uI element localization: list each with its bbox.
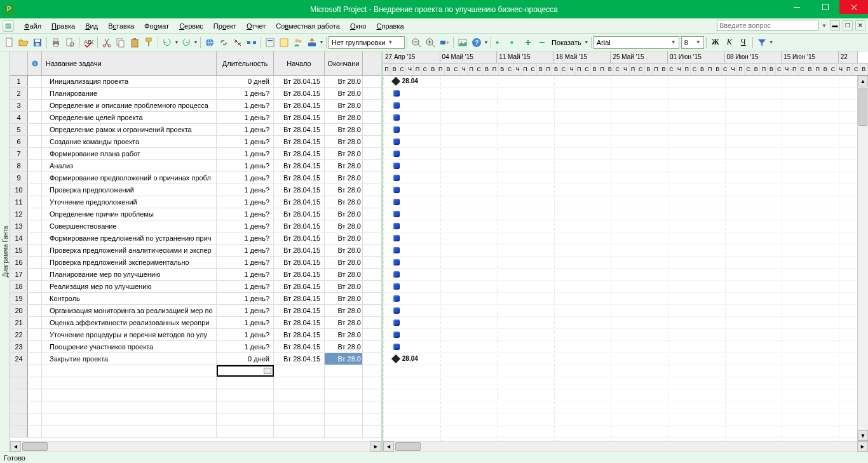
start-cell[interactable]: Вт 28.04.15 xyxy=(274,208,325,220)
row-header[interactable]: 5 xyxy=(10,124,28,135)
gantt-row[interactable] xyxy=(383,184,868,196)
gantt-row[interactable] xyxy=(383,329,868,341)
outdent-icon[interactable] xyxy=(493,36,507,50)
underline-icon[interactable]: Ч xyxy=(736,36,750,50)
row-header[interactable]: 1 xyxy=(10,76,28,87)
help-search-input[interactable] xyxy=(717,20,818,31)
info-cell[interactable] xyxy=(28,160,42,171)
gantt-row-empty[interactable] xyxy=(383,413,868,426)
menu-справка[interactable]: Справка xyxy=(371,20,409,32)
duration-cell[interactable]: 1 день? xyxy=(217,305,274,316)
row-header[interactable]: 20 xyxy=(10,305,28,316)
gantt-row-empty[interactable] xyxy=(383,365,868,377)
task-bar[interactable] xyxy=(393,223,400,229)
open-file-icon[interactable] xyxy=(17,36,31,50)
row-header[interactable]: 16 xyxy=(10,257,28,268)
row-header[interactable]: 13 xyxy=(10,220,28,232)
start-cell[interactable]: Вт 28.04.15 xyxy=(274,148,325,159)
redo-icon[interactable] xyxy=(179,36,193,50)
name-cell[interactable] xyxy=(42,365,217,377)
duration-cell[interactable]: 1 день? xyxy=(217,329,274,340)
start-cell[interactable]: Вт 28.04.15 xyxy=(274,317,325,328)
task-row[interactable]: 21Оценка эффективности реализованных мер… xyxy=(10,317,381,329)
task-bar[interactable] xyxy=(393,295,400,302)
unlink-task-icon[interactable] xyxy=(231,36,245,50)
name-cell[interactable]: Инициализация проекта xyxy=(42,76,217,87)
gantt-row[interactable] xyxy=(383,148,868,160)
info-cell[interactable] xyxy=(28,293,42,304)
name-cell[interactable]: Создание команды проекта xyxy=(42,136,217,147)
menu-файл[interactable]: Файл xyxy=(19,20,46,32)
duration-cell[interactable]: 1 день? xyxy=(217,136,274,147)
gantt-row[interactable] xyxy=(383,257,868,269)
task-bar[interactable] xyxy=(393,211,400,217)
task-row-empty[interactable] xyxy=(10,377,381,389)
info-cell[interactable] xyxy=(28,88,42,99)
finish-cell[interactable]: Вт 28.0 xyxy=(325,353,363,365)
undo-icon[interactable] xyxy=(160,36,174,50)
gantt-row[interactable] xyxy=(383,220,868,232)
split-task-icon[interactable] xyxy=(245,36,259,50)
row-header[interactable]: 8 xyxy=(10,160,28,171)
finish-cell[interactable]: Вт 28.0 xyxy=(325,305,363,316)
task-row[interactable]: 19Контроль1 день?Вт 28.04.15Вт 28.0 xyxy=(10,293,381,305)
duration-cell[interactable]: 1 день? xyxy=(217,317,274,328)
name-cell[interactable]: Определение рамок и ограничений проекта xyxy=(42,124,217,135)
duration-cell[interactable]: 0 дней xyxy=(217,76,274,87)
name-cell[interactable]: Закрытие проекта xyxy=(42,353,217,365)
task-bar[interactable] xyxy=(393,126,400,133)
row-header[interactable]: 11 xyxy=(10,196,28,208)
finish-cell[interactable]: Вт 28.0 xyxy=(325,257,363,268)
finish-cell[interactable]: Вт 28.0 xyxy=(325,112,363,123)
finish-cell[interactable]: Вт 28.0 xyxy=(325,196,363,208)
task-bar[interactable] xyxy=(393,175,400,181)
name-cell[interactable]: Определение и описание проблемного проце… xyxy=(42,100,217,111)
finish-cell[interactable]: Вт 28.0 xyxy=(325,232,363,244)
info-cell[interactable] xyxy=(28,148,42,159)
task-bar[interactable] xyxy=(393,319,400,326)
gantt-row[interactable] xyxy=(383,112,868,124)
info-cell[interactable] xyxy=(28,232,42,244)
menu-отчет[interactable]: Отчет xyxy=(241,20,271,32)
row-header[interactable]: 21 xyxy=(10,317,28,328)
duration-cell[interactable]: 1 день? xyxy=(217,208,274,220)
name-cell[interactable]: Совершенствование xyxy=(42,220,217,232)
start-cell[interactable]: Вт 28.04.15 xyxy=(274,112,325,123)
start-cell[interactable]: Вт 28.04.15 xyxy=(274,88,325,99)
info-cell[interactable] xyxy=(28,269,42,280)
finish-cell[interactable]: Вт 28.0 xyxy=(325,208,363,220)
copy-picture-icon[interactable] xyxy=(456,36,470,50)
start-cell[interactable]: Вт 28.04.15 xyxy=(274,329,325,340)
row-header[interactable]: 12 xyxy=(10,208,28,220)
corner-header[interactable] xyxy=(10,51,28,75)
task-bar[interactable] xyxy=(393,344,400,350)
zoom-out-icon[interactable] xyxy=(409,36,423,50)
info-cell[interactable] xyxy=(28,281,42,292)
save-icon[interactable] xyxy=(31,36,44,50)
task-row[interactable]: 8Анализ1 день?Вт 28.04.15Вт 28.0 xyxy=(10,160,381,172)
task-row[interactable]: 3Определение и описание проблемного проц… xyxy=(10,100,381,112)
info-cell[interactable] xyxy=(28,100,42,111)
info-cell[interactable] xyxy=(28,245,42,256)
start-column-header[interactable]: Начало xyxy=(274,51,325,75)
start-cell[interactable]: Вт 28.04.15 xyxy=(274,257,325,268)
start-cell[interactable]: Вт 28.04.15 xyxy=(274,136,325,147)
start-cell[interactable]: Вт 28.04.15 xyxy=(274,353,325,365)
menu-окно[interactable]: Окно xyxy=(345,20,372,32)
restore-child-button[interactable]: ❐ xyxy=(843,20,853,30)
task-bar[interactable] xyxy=(393,163,400,169)
duration-cell[interactable]: 1 день? xyxy=(217,196,274,208)
gantt-row-empty[interactable] xyxy=(383,389,868,401)
duration-cell[interactable]: 1 день? xyxy=(217,160,274,171)
finish-cell[interactable]: Вт 28.0 xyxy=(325,76,363,87)
name-cell[interactable]: Планирование мер по улучшению xyxy=(42,269,217,280)
task-row[interactable]: 16Проверка предложений экспериментально1… xyxy=(10,257,381,269)
minimize-ribbon-button[interactable]: ▬ xyxy=(830,20,840,30)
show-outline-dropdown[interactable]: ▼ xyxy=(584,40,589,44)
gantt-row[interactable] xyxy=(383,245,868,257)
hyperlink-icon[interactable] xyxy=(203,36,217,50)
zoom-in-icon[interactable] xyxy=(423,36,437,50)
task-notes-icon[interactable] xyxy=(277,36,291,50)
finish-cell[interactable]: Вт 28.0 xyxy=(325,341,363,352)
task-row[interactable]: 2Планирование1 день?Вт 28.04.15Вт 28.0 xyxy=(10,88,381,100)
